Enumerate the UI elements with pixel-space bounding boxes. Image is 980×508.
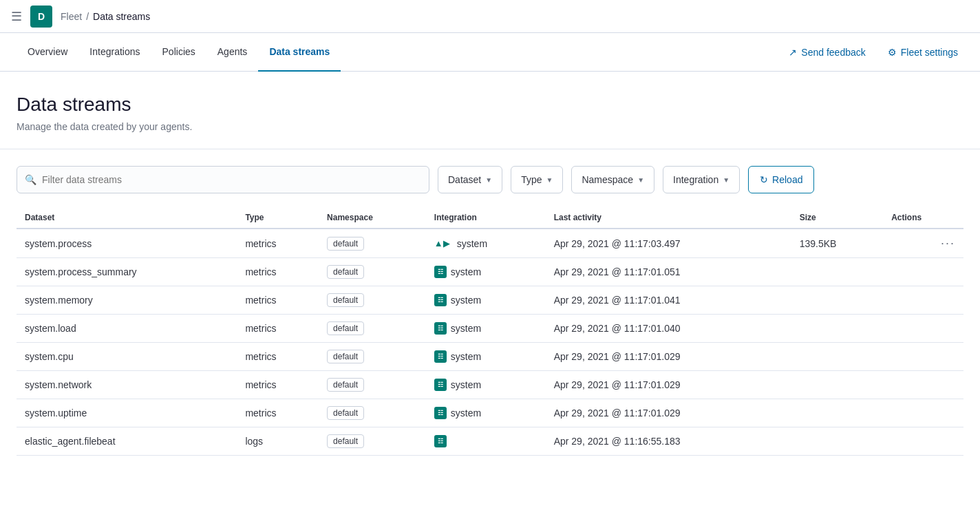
avatar: D: [30, 6, 52, 28]
actions-menu-button[interactable]: ···: [941, 236, 955, 250]
tab-integrations[interactable]: Integrations: [78, 33, 151, 72]
col-size[interactable]: Size: [791, 207, 883, 229]
cell-last-activity: Apr 29, 2021 @ 11:16:55.183: [546, 427, 791, 456]
namespace-filter-button[interactable]: Namespace ▼: [571, 166, 654, 193]
cell-size: 139.5KB: [791, 229, 883, 258]
grid-icon: ☷: [434, 294, 447, 306]
table-wrapper: Dataset Type Namespace Integration Last …: [17, 207, 963, 456]
cell-actions: [883, 427, 963, 456]
cell-dataset: system.process: [17, 229, 237, 258]
table-row: system.processmetricsdefault▲▶systemApr …: [17, 229, 963, 258]
tab-data-streams[interactable]: Data streams: [258, 33, 341, 72]
grid-icon: ☷: [434, 435, 447, 447]
cell-namespace: default: [319, 315, 426, 343]
cell-last-activity: Apr 29, 2021 @ 11:17:01.051: [546, 258, 791, 286]
cell-type: metrics: [237, 343, 319, 371]
breadcrumb-current: Data streams: [93, 11, 150, 22]
fleet-settings-button[interactable]: ⚙ Fleet settings: [882, 43, 963, 62]
type-chevron-icon: ▼: [546, 176, 553, 184]
table-row: system.uptimemetricsdefault☷systemApr 29…: [17, 399, 963, 427]
pulse-icon: ▲▶: [434, 238, 450, 248]
breadcrumb-separator: /: [86, 11, 89, 22]
cell-dataset: system.network: [17, 371, 237, 399]
cell-type: metrics: [237, 286, 319, 315]
cell-size: [791, 258, 883, 286]
cell-size: [791, 399, 883, 427]
col-last-activity[interactable]: Last activity: [546, 207, 791, 229]
cell-last-activity: Apr 29, 2021 @ 11:17:01.040: [546, 315, 791, 343]
col-namespace[interactable]: Namespace: [319, 207, 426, 229]
table-row: system.loadmetricsdefault☷systemApr 29, …: [17, 315, 963, 343]
cell-integration: ☷system: [426, 258, 546, 286]
cell-type: metrics: [237, 229, 319, 258]
cell-last-activity: Apr 29, 2021 @ 11:17:01.029: [546, 399, 791, 427]
data-table: Dataset Type Namespace Integration Last …: [17, 207, 963, 456]
cell-dataset: system.uptime: [17, 399, 237, 427]
main-content: 🔍 Dataset ▼ Type ▼ Namespace ▼ Integrati…: [0, 149, 980, 472]
cell-actions: [883, 343, 963, 371]
table-header: Dataset Type Namespace Integration Last …: [17, 207, 963, 229]
search-wrapper: 🔍: [17, 166, 429, 193]
namespace-chevron-icon: ▼: [637, 176, 644, 184]
tab-overview[interactable]: Overview: [17, 33, 78, 72]
cell-size: [791, 315, 883, 343]
search-icon: 🔍: [25, 174, 36, 185]
breadcrumb-fleet[interactable]: Fleet: [61, 11, 82, 22]
cell-dataset: system.memory: [17, 286, 237, 315]
cell-integration: ☷system: [426, 399, 546, 427]
cell-type: metrics: [237, 315, 319, 343]
nav-tabs: Overview Integrations Policies Agents Da…: [0, 33, 980, 72]
cell-type: metrics: [237, 399, 319, 427]
send-feedback-button[interactable]: ↗ Send feedback: [783, 43, 871, 62]
cell-last-activity: Apr 29, 2021 @ 11:17:03.497: [546, 229, 791, 258]
cell-size: [791, 371, 883, 399]
cell-dataset: system.process_summary: [17, 258, 237, 286]
breadcrumb: Fleet / Data streams: [61, 11, 150, 22]
integration-filter-button[interactable]: Integration ▼: [663, 166, 740, 193]
cell-actions: [883, 315, 963, 343]
nav-tabs-right: ↗ Send feedback ⚙ Fleet settings: [783, 43, 963, 62]
tab-agents[interactable]: Agents: [206, 33, 259, 72]
grid-icon: ☷: [434, 379, 447, 391]
cell-namespace: default: [319, 286, 426, 315]
table-row: system.process_summarymetricsdefault☷sys…: [17, 258, 963, 286]
dataset-label: Dataset: [448, 174, 481, 185]
reload-button[interactable]: ↻ Reload: [748, 166, 814, 193]
cell-type: metrics: [237, 371, 319, 399]
cell-actions: [883, 286, 963, 315]
search-input[interactable]: [17, 166, 429, 193]
table-body: system.processmetricsdefault▲▶systemApr …: [17, 229, 963, 456]
hamburger-icon[interactable]: ☰: [11, 9, 22, 24]
col-type[interactable]: Type: [237, 207, 319, 229]
tab-policies[interactable]: Policies: [151, 33, 206, 72]
nav-tabs-left: Overview Integrations Policies Agents Da…: [17, 33, 783, 72]
dataset-filter-button[interactable]: Dataset ▼: [438, 166, 502, 193]
cell-last-activity: Apr 29, 2021 @ 11:17:01.029: [546, 371, 791, 399]
table-row: system.networkmetricsdefault☷systemApr 2…: [17, 371, 963, 399]
cell-integration: ▲▶system: [426, 229, 546, 258]
cell-size: [791, 343, 883, 371]
col-actions: Actions: [883, 207, 963, 229]
cell-size: [791, 286, 883, 315]
gear-icon: ⚙: [888, 47, 897, 58]
table-row: elastic_agent.filebeatlogsdefault☷Apr 29…: [17, 427, 963, 456]
page-subtitle: Manage the data created by your agents.: [17, 121, 963, 132]
cell-namespace: default: [319, 399, 426, 427]
cell-size: [791, 427, 883, 456]
col-integration[interactable]: Integration: [426, 207, 546, 229]
filter-row: 🔍 Dataset ▼ Type ▼ Namespace ▼ Integrati…: [17, 166, 963, 193]
page-title: Data streams: [17, 94, 963, 116]
reload-label: Reload: [772, 174, 802, 185]
grid-icon: ☷: [434, 350, 447, 363]
cell-actions: ···: [883, 229, 963, 258]
cell-namespace: default: [319, 371, 426, 399]
grid-icon: ☷: [434, 322, 447, 335]
cell-type: logs: [237, 427, 319, 456]
type-filter-button[interactable]: Type ▼: [511, 166, 563, 193]
col-dataset[interactable]: Dataset: [17, 207, 237, 229]
topbar: ☰ D Fleet / Data streams: [0, 0, 980, 33]
cell-last-activity: Apr 29, 2021 @ 11:17:01.041: [546, 286, 791, 315]
cell-dataset: elastic_agent.filebeat: [17, 427, 237, 456]
cell-integration: ☷system: [426, 315, 546, 343]
cell-actions: [883, 258, 963, 286]
